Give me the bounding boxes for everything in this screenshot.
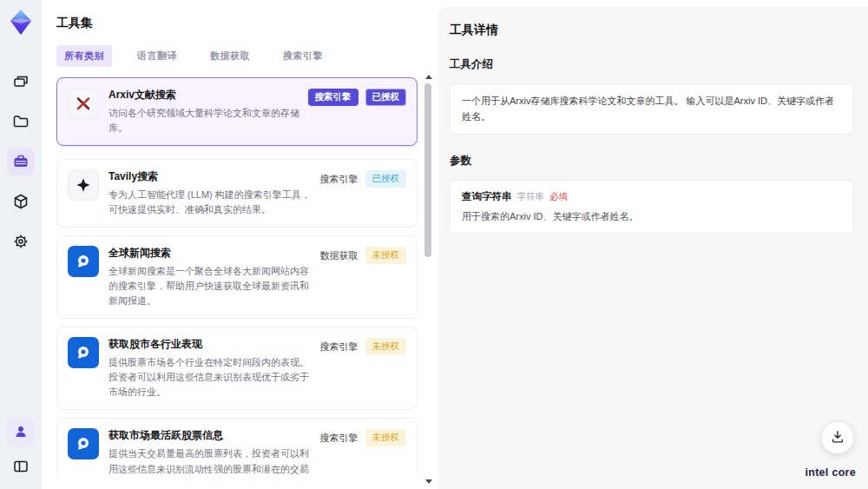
tool-list-panel: 工具集 所有类别 语言翻译 数据获取 搜索引擎 Arxiv文献搜索 访问各个研究… (42, 0, 438, 489)
tab-language-translation[interactable]: 语言翻译 (129, 45, 185, 67)
category-label: 搜索引擎 (320, 173, 358, 186)
page-title: 工具集 (56, 16, 418, 31)
sidebar-item-collapse[interactable] (7, 453, 35, 480)
gear-icon (12, 233, 30, 250)
tool-card-sector-performance[interactable]: 获取股市各行业表现 提供股票市场各个行业在特定时间段内的表现。投资者可以利用这些… (56, 327, 418, 410)
tool-description: 提供当天交易量最高的股票列表，投资者可以利用这些信息来识别流动性强的股票和潜在的… (108, 446, 313, 475)
params-heading: 参数 (450, 154, 854, 169)
detail-title: 工具详情 (450, 23, 854, 38)
sidebar (0, 0, 42, 489)
param-required-badge: 必填 (549, 191, 568, 203)
tool-list: Arxiv文献搜索 访问各个研究领域大量科学论文和文章的存储库。 搜索引擎 已授… (56, 77, 418, 475)
tab-data-fetching[interactable]: 数据获取 (202, 45, 258, 67)
tool-name: Arxiv文献搜索 (108, 88, 301, 102)
tool-description: 访问各个研究领域大量科学论文和文章的存储库。 (108, 106, 301, 135)
news-q-icon (68, 428, 99, 459)
app-window: 工具集 所有类别 语言翻译 数据获取 搜索引擎 Arxiv文献搜索 访问各个研究… (0, 0, 868, 489)
cube-icon (12, 193, 30, 210)
scroll-down-arrow[interactable] (425, 479, 432, 484)
sidebar-item-settings[interactable] (7, 228, 35, 255)
news-q-icon (68, 246, 99, 277)
tool-card-tavily[interactable]: Tavily搜索 专为人工智能代理 (LLM) 构建的搜索引擎工具，可快速提供实… (56, 159, 418, 228)
category-label: 搜索引擎 (320, 340, 358, 354)
news-q-icon (68, 337, 99, 368)
tab-search-engine[interactable]: 搜索引擎 (275, 45, 331, 67)
chat-icon (12, 73, 30, 90)
sidebar-nav (7, 68, 35, 255)
category-badge: 搜索引擎 (308, 89, 358, 106)
category-label: 数据获取 (320, 249, 358, 262)
status-badge: 未授权 (365, 247, 407, 264)
tool-card-global-news[interactable]: 全球新闻搜索 全球新闻搜索是一个聚合全球各大新闻网站内容的搜索引擎，帮助用户快速… (56, 235, 418, 319)
tool-description: 全球新闻搜索是一个聚合全球各大新闻网站内容的搜索引擎，帮助用户快速获取全球最新资… (108, 264, 313, 308)
tavily-star-icon (68, 169, 99, 201)
category-label: 搜索引擎 (320, 432, 358, 445)
briefcase-icon (12, 153, 30, 170)
sidebar-item-models[interactable] (7, 188, 35, 215)
scroll-thumb[interactable] (424, 83, 431, 257)
status-badge: 已授权 (365, 170, 407, 188)
scrollbar[interactable] (424, 75, 432, 484)
tool-detail-panel: 工具详情 工具介绍 一个用于从Arxiv存储库搜索科学论文和文章的工具。 输入可… (438, 7, 868, 489)
sidebar-item-tools[interactable] (7, 148, 35, 175)
category-tabs: 所有类别 语言翻译 数据获取 搜索引擎 (56, 45, 418, 67)
intro-text: 一个用于从Arxiv存储库搜索科学论文和文章的工具。 输入可以是Arxiv ID… (462, 94, 842, 124)
sidebar-item-files[interactable] (7, 108, 35, 135)
tab-all-categories[interactable]: 所有类别 (56, 45, 112, 67)
status-badge: 未授权 (365, 338, 407, 355)
status-badge: 已授权 (365, 89, 407, 106)
tool-description: 提供股票市场各个行业在特定时间段内的表现。投资者可以利用这些信息来识别表现优于或… (108, 355, 313, 400)
scroll-up-arrow[interactable] (425, 75, 432, 79)
param-card: 查询字符串 字符串 必填 用于搜索的Arxiv ID、关键字或作者姓名。 (450, 180, 854, 234)
folder-icon (12, 113, 30, 130)
param-name: 查询字符串 (462, 190, 512, 203)
tool-description: 专为人工智能代理 (LLM) 构建的搜索引擎工具，可快速提供实时、准确和真实的结… (108, 188, 313, 217)
tool-name: 全球新闻搜索 (108, 246, 313, 261)
arxiv-logo-icon (68, 88, 99, 119)
tool-card-arxiv[interactable]: Arxiv文献搜索 访问各个研究领域大量科学论文和文章的存储库。 搜索引擎 已授… (56, 77, 418, 146)
intro-card: 一个用于从Arxiv存储库搜索科学论文和文章的工具。 输入可以是Arxiv ID… (450, 83, 854, 135)
panel-toggle-icon (12, 458, 30, 475)
param-type: 字符串 (517, 191, 545, 203)
param-description: 用于搜索的Arxiv ID、关键字或作者姓名。 (462, 210, 842, 223)
status-badge: 未授权 (365, 429, 407, 446)
intel-core-logo: intel core (805, 466, 856, 479)
sidebar-item-profile[interactable] (7, 418, 35, 446)
tool-name: Tavily搜索 (108, 169, 313, 184)
sidebar-bottom (7, 418, 35, 480)
tool-name: 获取市场最活跃股票信息 (108, 428, 313, 443)
user-icon (13, 424, 29, 439)
intro-heading: 工具介绍 (450, 57, 854, 72)
download-icon (830, 429, 845, 447)
download-button[interactable] (821, 421, 854, 454)
app-logo (5, 7, 36, 38)
tool-card-most-active-stocks[interactable]: 获取市场最活跃股票信息 提供当天交易量最高的股票列表，投资者可以利用这些信息来识… (56, 418, 418, 475)
sidebar-item-chat[interactable] (7, 68, 35, 96)
tool-name: 获取股市各行业表现 (108, 337, 313, 352)
